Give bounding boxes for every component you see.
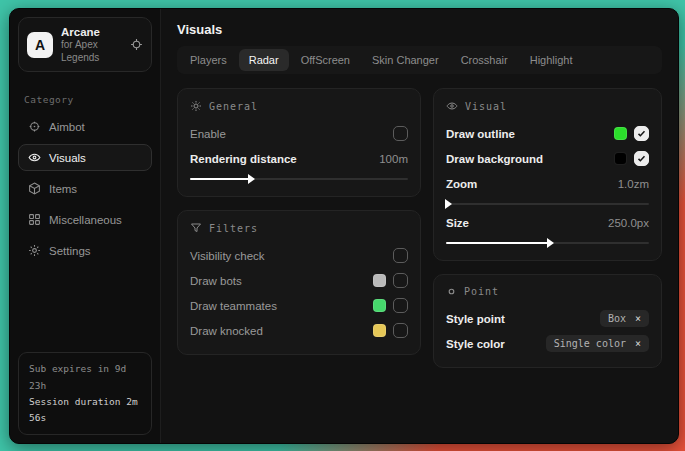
setting-row-enable: Enable — [190, 121, 408, 146]
setting-row-draw-background: Draw background — [446, 146, 649, 171]
draw-teammates-checkbox[interactable] — [393, 298, 408, 313]
setting-row-rendering-distance: Rendering distance 100m — [190, 146, 408, 171]
tab-bar: Players Radar OffScreen Skin Changer Cro… — [177, 46, 662, 74]
row-controls — [614, 126, 649, 141]
panel-title: Filters — [209, 223, 258, 234]
color-swatch[interactable] — [373, 274, 386, 287]
setting-label: Draw teammates — [190, 300, 277, 312]
draw-background-checkbox[interactable] — [634, 151, 649, 166]
tab-radar[interactable]: Radar — [239, 49, 289, 71]
sidebar-item-label: Items — [49, 183, 77, 195]
app-name: Arcane — [61, 25, 122, 39]
setting-row-visibility-check: Visibility check — [190, 243, 408, 268]
setting-label: Draw outline — [446, 128, 515, 140]
panel-point: Point Style point Box × Style color Sing… — [433, 274, 662, 368]
sidebar-item-label: Settings — [49, 245, 91, 257]
session-duration-text: Session duration 2m 56s — [29, 394, 141, 426]
tab-crosshair[interactable]: Crosshair — [451, 49, 518, 71]
content-right-column: Visual Draw outline Draw background — [433, 88, 662, 381]
color-swatch[interactable] — [614, 152, 627, 165]
content: General Enable Rendering distance 100m — [161, 74, 678, 395]
setting-label: Enable — [190, 128, 226, 140]
sidebar-item-aimbot[interactable]: Aimbot — [18, 113, 152, 140]
sidebar-item-visuals[interactable]: Visuals — [18, 144, 152, 171]
setting-label: Draw bots — [190, 275, 242, 287]
dot-icon — [446, 286, 457, 297]
tag-label: Single color — [554, 338, 626, 349]
tab-skin-changer[interactable]: Skin Changer — [362, 49, 449, 71]
close-icon[interactable]: × — [635, 338, 641, 349]
draw-knocked-checkbox[interactable] — [393, 323, 408, 338]
sidebar: A Arcane for Apex Legends Category Aimbo… — [10, 9, 161, 443]
panel-filters: Filters Visibility check Draw bots — [177, 210, 421, 355]
enable-checkbox[interactable] — [393, 126, 408, 141]
setting-row-style-color: Style color Single color × — [446, 331, 649, 356]
panel-filters-header: Filters — [190, 222, 408, 234]
setting-row-style-point: Style point Box × — [446, 306, 649, 331]
panel-visual: Visual Draw outline Draw background — [433, 88, 662, 261]
setting-label: Visibility check — [190, 250, 265, 262]
sidebar-item-settings[interactable]: Settings — [18, 237, 152, 264]
row-controls — [373, 323, 408, 338]
sidebar-item-items[interactable]: Items — [18, 175, 152, 202]
logo-card: A Arcane for Apex Legends — [18, 17, 152, 72]
funnel-icon — [190, 222, 202, 234]
setting-label: Rendering distance — [190, 153, 297, 165]
size-slider[interactable] — [446, 242, 649, 244]
setting-row-draw-teammates: Draw teammates — [190, 293, 408, 318]
gear-icon — [28, 244, 41, 257]
tag-label: Box — [608, 313, 626, 324]
color-swatch[interactable] — [373, 324, 386, 337]
slider-thumb[interactable] — [248, 174, 255, 184]
tab-players[interactable]: Players — [180, 49, 237, 71]
content-left-column: General Enable Rendering distance 100m — [177, 88, 421, 368]
setting-row-draw-knocked: Draw knocked — [190, 318, 408, 343]
category-label: Category — [24, 94, 146, 105]
draw-outline-checkbox[interactable] — [634, 126, 649, 141]
style-color-tag[interactable]: Single color × — [546, 335, 649, 352]
panel-title: Point — [464, 286, 499, 297]
setting-label: Zoom — [446, 178, 477, 190]
tab-highlight[interactable]: Highlight — [520, 49, 583, 71]
sub-expires-text: Sub expires in 9d 23h — [29, 361, 141, 393]
slider-fill — [190, 178, 249, 180]
gear-icon — [190, 100, 202, 112]
eye-icon — [446, 100, 458, 112]
row-controls — [373, 273, 408, 288]
rendering-distance-slider[interactable] — [190, 178, 408, 180]
app-title-block: Arcane for Apex Legends — [61, 25, 122, 64]
panel-general-header: General — [190, 100, 408, 112]
app-window: A Arcane for Apex Legends Category Aimbo… — [9, 8, 679, 444]
setting-label: Style color — [446, 338, 505, 350]
crosshair-icon — [28, 120, 41, 133]
setting-value: 100m — [379, 153, 408, 165]
panel-visual-header: Visual — [446, 100, 649, 112]
color-swatch[interactable] — [614, 127, 627, 140]
app-subtitle: for Apex Legends — [61, 39, 122, 64]
close-icon[interactable]: × — [635, 313, 641, 324]
setting-row-size: Size 250.0px — [446, 210, 649, 235]
slider-fill — [446, 242, 548, 244]
tab-offscreen[interactable]: OffScreen — [291, 49, 360, 71]
color-swatch[interactable] — [373, 299, 386, 312]
draw-bots-checkbox[interactable] — [393, 273, 408, 288]
style-point-tag[interactable]: Box × — [600, 310, 649, 327]
target-icon[interactable] — [130, 38, 143, 51]
panel-point-header: Point — [446, 286, 649, 297]
zoom-slider[interactable] — [446, 203, 649, 205]
tabs-wrap: Players Radar OffScreen Skin Changer Cro… — [161, 46, 678, 74]
setting-value: 250.0px — [608, 217, 649, 229]
sidebar-item-label: Visuals — [49, 152, 86, 164]
visibility-check-checkbox[interactable] — [393, 248, 408, 263]
setting-value: 1.0zm — [618, 178, 649, 190]
slider-thumb[interactable] — [547, 238, 554, 248]
setting-label: Style point — [446, 313, 505, 325]
box-icon — [28, 182, 41, 195]
main-area: Visuals Players Radar OffScreen Skin Cha… — [161, 9, 678, 443]
setting-label: Size — [446, 217, 469, 229]
setting-label: Draw knocked — [190, 325, 263, 337]
eye-icon — [28, 151, 41, 164]
sidebar-item-miscellaneous[interactable]: Miscellaneous — [18, 206, 152, 233]
slider-thumb[interactable] — [445, 199, 452, 209]
grid-icon — [28, 213, 41, 226]
